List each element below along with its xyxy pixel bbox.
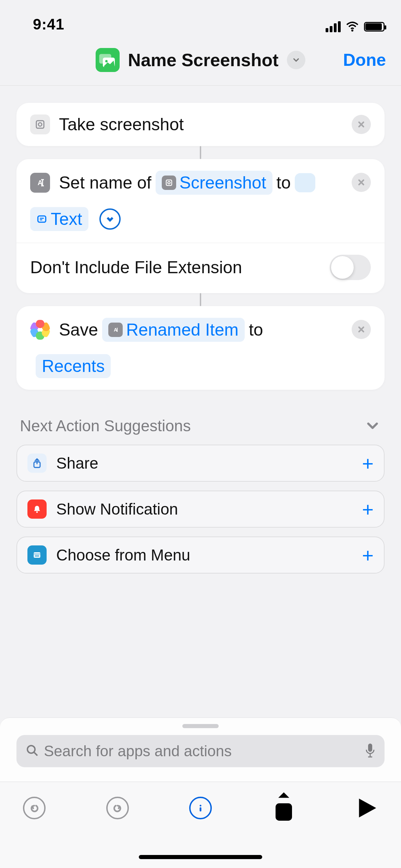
delete-action-button[interactable] — [352, 115, 371, 134]
token-2-text: Recents — [42, 356, 105, 376]
svg-rect-12 — [38, 216, 46, 222]
connector-line — [200, 146, 201, 159]
shortcut-app-icon — [96, 48, 120, 72]
status-bar: 9:41 — [0, 0, 401, 34]
token-2-text: Text — [51, 209, 82, 229]
suggestion-label: Share — [56, 454, 98, 472]
shortcut-menu-button[interactable] — [287, 51, 305, 69]
token-1-text: Screenshot — [180, 173, 266, 193]
run-button[interactable] — [353, 794, 380, 822]
info-button[interactable] — [187, 794, 214, 822]
svg-point-29 — [200, 805, 202, 807]
text-variable-token[interactable]: Text — [30, 207, 88, 231]
done-button[interactable]: Done — [343, 50, 386, 70]
search-placeholder: Search for apps and actions — [44, 743, 360, 760]
cellular-icon — [326, 21, 341, 32]
drag-handle[interactable] — [182, 724, 219, 728]
svg-point-11 — [168, 182, 170, 184]
svg-text:A: A — [114, 327, 117, 333]
action-2-mid: to — [277, 173, 291, 193]
redo-button[interactable] — [104, 794, 131, 822]
suggestion-show-notification[interactable]: Show Notification + — [16, 491, 385, 528]
svg-point-0 — [351, 29, 353, 32]
option-label: Don't Include File Extension — [30, 257, 242, 277]
clock: 9:41 — [33, 16, 64, 33]
svg-rect-26 — [368, 744, 372, 752]
header-title-group[interactable]: Name Screenshot — [96, 48, 305, 72]
svg-point-24 — [27, 746, 35, 753]
suggestion-label: Show Notification — [56, 500, 178, 518]
add-suggestion-button[interactable]: + — [362, 550, 374, 560]
suggestions-title: Next Action Suggestions — [20, 417, 191, 435]
file-extension-toggle[interactable] — [330, 255, 371, 280]
svg-rect-30 — [200, 807, 202, 811]
rename-icon: A — [30, 173, 50, 193]
svg-point-18 — [36, 511, 38, 513]
action-2-prefix: Set name of — [59, 173, 151, 193]
name-value-field[interactable] — [295, 173, 315, 192]
share-icon — [27, 454, 47, 473]
home-indicator[interactable] — [139, 855, 262, 859]
svg-point-3 — [105, 60, 108, 62]
action-3-prefix: Save — [59, 320, 98, 340]
screenshot-icon — [162, 176, 176, 190]
action-take-screenshot[interactable]: Take screenshot — [16, 103, 385, 146]
input-variable-token[interactable]: A Renamed Item — [102, 318, 245, 342]
delete-action-button[interactable] — [352, 320, 371, 339]
header: Name Screenshot Done — [0, 34, 401, 86]
svg-point-5 — [38, 123, 42, 126]
action-set-name[interactable]: A Set name of Screenshot to Text — [16, 159, 385, 293]
bell-icon — [27, 499, 47, 519]
action-save-to-photos[interactable]: Save A Renamed Item to Recents — [16, 306, 385, 390]
menu-icon — [27, 545, 47, 565]
status-icons — [326, 19, 385, 34]
token-1-text: Renamed Item — [126, 320, 239, 340]
suggestion-label: Choose from Menu — [56, 546, 190, 564]
suggestion-choose-from-menu[interactable]: Choose from Menu + — [16, 537, 385, 574]
search-icon — [25, 744, 39, 759]
screenshot-icon — [30, 114, 50, 134]
svg-rect-10 — [166, 180, 172, 185]
action-3-mid: to — [249, 320, 263, 340]
dictate-button[interactable] — [365, 743, 376, 759]
suggestion-share[interactable]: Share + — [16, 445, 385, 482]
photos-app-icon — [30, 320, 50, 340]
undo-button[interactable] — [21, 794, 48, 822]
connector-line — [200, 293, 201, 306]
search-panel[interactable]: Search for apps and actions — [0, 718, 401, 782]
add-suggestion-button[interactable]: + — [362, 458, 374, 468]
expand-options-button[interactable] — [99, 208, 121, 230]
option-file-extension: Don't Include File Extension — [16, 243, 385, 293]
rename-icon: A — [108, 323, 123, 337]
suggestions-header[interactable]: Next Action Suggestions — [20, 417, 381, 435]
svg-rect-4 — [36, 121, 44, 128]
battery-icon — [364, 22, 385, 32]
search-field[interactable]: Search for apps and actions — [16, 735, 385, 767]
wifi-icon — [345, 19, 359, 34]
input-variable-token[interactable]: Screenshot — [156, 171, 272, 195]
shortcut-title: Name Screenshot — [128, 50, 278, 70]
album-token[interactable]: Recents — [36, 354, 111, 378]
add-suggestion-button[interactable]: + — [362, 504, 374, 514]
delete-action-button[interactable] — [352, 173, 371, 192]
chevron-down-icon — [364, 417, 381, 434]
svg-line-25 — [34, 752, 37, 756]
share-button[interactable] — [270, 794, 297, 822]
svg-rect-31 — [276, 804, 292, 821]
action-1-label: Take screenshot — [59, 114, 184, 134]
